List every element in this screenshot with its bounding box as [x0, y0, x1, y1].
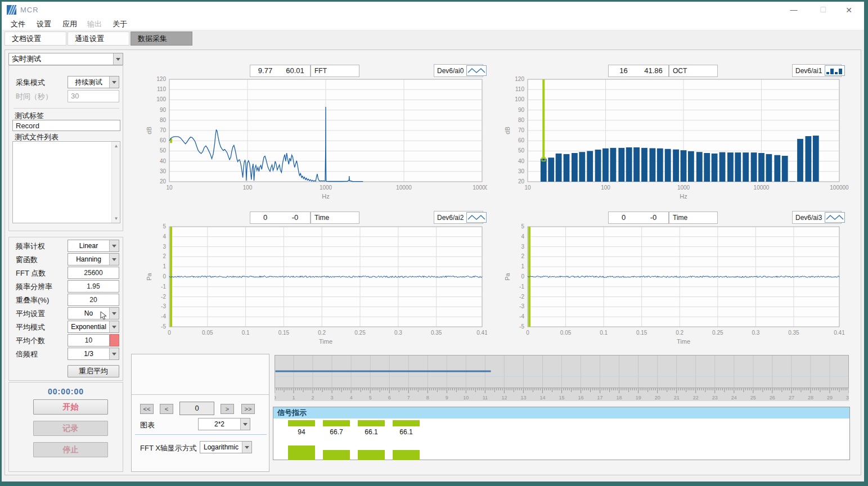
svg-text:50: 50: [160, 147, 167, 154]
menu-settings[interactable]: 设置: [34, 19, 53, 29]
fft-type-box[interactable]: FFT: [311, 65, 359, 77]
svg-text:13: 13: [520, 395, 526, 400]
chevron-down-icon[interactable]: [109, 348, 119, 359]
chart-layout-select[interactable]: 2*2: [198, 418, 250, 430]
chevron-down-icon[interactable]: [109, 321, 119, 332]
oct-chart[interactable]: 2030405060708090100110120101001000100001…: [489, 55, 857, 205]
freq-resolution-label: 频率分辨率: [16, 282, 52, 292]
acq-mode-select[interactable]: 持续测试: [68, 76, 119, 88]
main-panel: 实时测试 采集模式 持续测试 时间（秒） 30 测试标签 Record 测试文件…: [5, 50, 861, 475]
close-button[interactable]: ✕: [840, 4, 857, 16]
menu-about[interactable]: 关于: [110, 19, 129, 29]
maximize-button[interactable]: ☐: [815, 4, 831, 16]
avg-mode-select[interactable]: Exponential: [68, 321, 119, 333]
fft-chart[interactable]: 2030405060708090100110120101001000100001…: [131, 55, 487, 205]
svg-text:18: 18: [617, 395, 622, 400]
signal-level-value: 66.7: [323, 428, 350, 436]
svg-text:25: 25: [750, 395, 756, 400]
time-chart-ai2[interactable]: -5-4-3-2-101234500.050.10.150.20.250.30.…: [131, 208, 487, 352]
fft-points-input[interactable]: 25600: [68, 267, 119, 279]
svg-text:-3: -3: [519, 303, 524, 309]
svg-text:Time: Time: [319, 338, 332, 345]
window-func-label: 窗函数: [16, 255, 38, 265]
tab-data-acquisition[interactable]: 数据采集: [131, 32, 192, 46]
tab-document-settings[interactable]: 文档设置: [5, 32, 66, 46]
restart-avg-button[interactable]: 重启平均: [68, 365, 119, 377]
svg-text:0.2: 0.2: [676, 330, 683, 336]
svg-text:22: 22: [693, 395, 699, 400]
line-chart-icon[interactable]: [825, 212, 845, 223]
line-chart-icon[interactable]: [466, 65, 487, 76]
svg-text:100000: 100000: [473, 184, 487, 191]
svg-text:1: 1: [293, 395, 295, 400]
menu-apply[interactable]: 应用: [60, 19, 79, 29]
scrollbar[interactable]: ▲ ▼: [111, 142, 120, 223]
time-ai3-device-box[interactable]: Dev6/ai3: [792, 211, 842, 224]
scroll-up-icon[interactable]: ▲: [112, 142, 120, 150]
window-func-select[interactable]: Hanning: [68, 253, 119, 266]
test-mode-select[interactable]: 实时测试: [8, 53, 123, 65]
chevron-down-icon[interactable]: [109, 254, 119, 265]
svg-text:9: 9: [446, 395, 448, 400]
time-ai2-type-box[interactable]: Time: [311, 212, 359, 224]
svg-text:70: 70: [518, 127, 525, 133]
svg-text:7: 7: [407, 395, 410, 400]
signal-level-bar-top: [288, 420, 315, 426]
signal-level-bar-top: [323, 420, 350, 426]
prev-page-button[interactable]: <: [160, 404, 173, 414]
signal-level-bar-top: [358, 420, 385, 426]
page-number-box[interactable]: 0: [179, 402, 214, 415]
divider: [14, 108, 119, 109]
avg-mode-label: 平均模式: [16, 322, 45, 332]
chevron-down-icon[interactable]: [109, 240, 119, 251]
signal-meter-bar: [323, 450, 350, 460]
svg-text:120: 120: [156, 76, 166, 82]
freq-weighting-select[interactable]: Linear: [68, 240, 119, 252]
time-chart-ai3[interactable]: -5-4-3-2-101234500.050.10.150.20.250.30.…: [489, 208, 857, 352]
svg-text:dB: dB: [146, 127, 152, 134]
next-page-button[interactable]: >: [221, 404, 234, 414]
freq-resolution-input[interactable]: 1.95: [68, 280, 119, 292]
chevron-down-icon[interactable]: [113, 53, 123, 65]
svg-text:10: 10: [524, 184, 531, 191]
first-page-button[interactable]: <<: [140, 404, 154, 414]
svg-text:17: 17: [597, 395, 603, 400]
line-chart-icon[interactable]: [466, 212, 487, 223]
record-timeline[interactable]: 0123456789101112131415161718192021222324…: [275, 355, 849, 401]
time-ai3-type-box[interactable]: Time: [669, 212, 718, 224]
oct-type-box[interactable]: OCT: [669, 65, 718, 77]
svg-text:60: 60: [160, 137, 167, 143]
fft-xaxis-select[interactable]: Logarithmic: [200, 441, 252, 453]
fft-device-box[interactable]: Dev6/ai0: [434, 64, 483, 77]
test-file-list[interactable]: ▲ ▼: [12, 141, 120, 223]
mouse-cursor: [100, 311, 107, 323]
chevron-down-icon[interactable]: [242, 442, 251, 453]
start-button[interactable]: 开始: [33, 399, 108, 415]
menu-file[interactable]: 文件: [8, 19, 28, 29]
chart-layout-label: 图表: [140, 420, 155, 430]
svg-text:-4: -4: [161, 313, 166, 320]
title-bar[interactable]: MCR — ☐ ✕: [2, 2, 864, 18]
chevron-down-icon[interactable]: [109, 76, 119, 88]
test-label-input[interactable]: Record: [12, 120, 120, 131]
oct-device-box[interactable]: Dev6/ai1: [792, 64, 842, 77]
minimize-button[interactable]: —: [785, 4, 802, 16]
time-ai2-device-box[interactable]: Dev6/ai2: [434, 211, 483, 224]
avg-count-input[interactable]: 10: [68, 334, 110, 346]
tab-channel-settings[interactable]: 通道设置: [68, 32, 129, 46]
svg-text:16: 16: [578, 395, 584, 400]
bar-chart-icon[interactable]: [825, 65, 845, 76]
svg-text:dB: dB: [504, 127, 511, 134]
svg-text:23: 23: [712, 395, 718, 400]
chevron-down-icon[interactable]: [240, 418, 250, 430]
svg-text:5: 5: [369, 395, 372, 400]
last-page-button[interactable]: >>: [241, 404, 255, 414]
scroll-down-icon[interactable]: ▼: [112, 214, 120, 223]
app-window: MCR — ☐ ✕ 文件 设置 应用 输出 关于 文档设置 通道设置 数据采集 …: [2, 2, 864, 482]
octave-select[interactable]: 1/3: [68, 348, 119, 360]
avg-setting-select[interactable]: No: [68, 307, 119, 320]
svg-text:20: 20: [518, 178, 525, 184]
chevron-down-icon[interactable]: [109, 308, 119, 319]
overlap-input[interactable]: 20: [68, 294, 119, 306]
svg-text:0.41: 0.41: [834, 330, 845, 336]
